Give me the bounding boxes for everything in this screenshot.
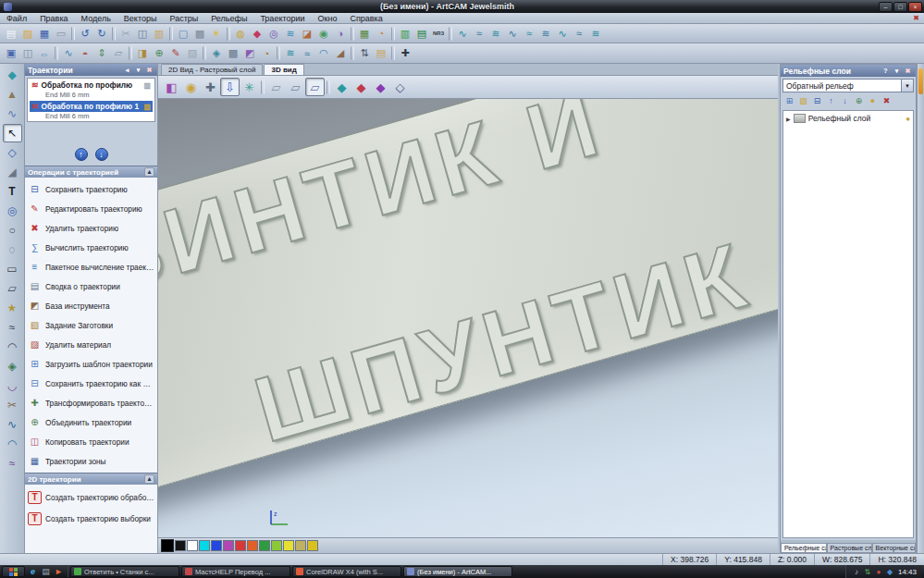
greyscale-view-icon[interactable]: ▩ bbox=[191, 26, 208, 42]
task-button[interactable]: Ответить • Станки с... bbox=[70, 566, 179, 577]
task-button[interactable]: (Без имени) - ArtCAM... bbox=[403, 566, 512, 577]
collapse-section-icon[interactable]: ▴ bbox=[144, 474, 154, 484]
texture-flow-icon[interactable]: ≈ bbox=[299, 45, 315, 61]
face-wizard-icon[interactable]: ◔ bbox=[373, 26, 389, 42]
operation-item[interactable]: ⊞ Загрузить шаблон траектории bbox=[25, 354, 157, 374]
view-cube-icon[interactable]: ◧ bbox=[162, 78, 181, 96]
scale-relief-icon[interactable]: ⇕ bbox=[93, 45, 110, 61]
copy-icon[interactable]: ◫ bbox=[134, 26, 151, 42]
redo-icon[interactable]: ↻ bbox=[93, 26, 110, 42]
paste-along-curve-icon[interactable]: ≈ bbox=[3, 454, 22, 473]
sweep-profile-4-icon[interactable]: ∿ bbox=[504, 26, 521, 42]
delete-layer-icon[interactable]: ✖ bbox=[880, 94, 893, 107]
quick-launch-desktop-icon[interactable]: ▤ bbox=[40, 566, 52, 577]
operation-item[interactable]: ∑ Вычислить траекторию bbox=[25, 238, 157, 257]
operation-item[interactable]: ≡ Пакетное вычисление траекторий bbox=[25, 257, 157, 277]
tray-update-icon[interactable]: ◆ bbox=[885, 566, 894, 577]
create-circle-icon[interactable]: ○ bbox=[3, 221, 22, 240]
palette-swatch[interactable] bbox=[187, 540, 198, 551]
create-polygon-icon[interactable]: ▱ bbox=[3, 279, 22, 298]
toolpath-item[interactable]: ≋ Обработка по профилю ▥ End Mill 6 mm bbox=[28, 79, 154, 100]
move-model-icon[interactable]: ✚ bbox=[397, 45, 413, 61]
turn-icon[interactable]: ◑ bbox=[332, 26, 349, 42]
layer-row[interactable]: ▶ Рельефный слой ● bbox=[783, 111, 913, 126]
extrude-relief-icon[interactable]: ◢ bbox=[332, 45, 349, 61]
smooth-brush-icon[interactable]: ∿ bbox=[3, 105, 22, 123]
paste-icon[interactable]: ▥ bbox=[151, 26, 167, 42]
new-layer-icon[interactable]: ⊞ bbox=[782, 94, 796, 107]
sweep-profile-3-icon[interactable]: ≋ bbox=[487, 26, 504, 42]
open-model-icon[interactable]: ▨ bbox=[19, 26, 36, 42]
menu-item[interactable]: Правка bbox=[33, 13, 74, 24]
collapse-section-icon[interactable]: ▴ bbox=[144, 167, 154, 177]
sculpt-icon[interactable]: ✎ bbox=[167, 45, 184, 61]
copy-relief-icon[interactable]: ◨ bbox=[134, 45, 151, 61]
toolpath-2d-item[interactable]: T Создать траекторию выборки bbox=[25, 508, 157, 529]
gem-tool-icon[interactable]: ◆ bbox=[249, 26, 265, 42]
create-rectangle-icon[interactable]: ▭ bbox=[3, 260, 22, 278]
panel-help-icon[interactable]: ? bbox=[881, 67, 891, 76]
open-layer-icon[interactable]: ▨ bbox=[796, 94, 810, 107]
create-ellipse-icon[interactable]: ◌ bbox=[3, 240, 22, 259]
emboss-wizard-icon[interactable]: ◩ bbox=[241, 45, 258, 61]
notes-icon[interactable]: ▤ bbox=[373, 45, 389, 61]
palette-swatch[interactable] bbox=[247, 540, 258, 551]
visibility-bulb-icon[interactable]: ● bbox=[906, 115, 910, 123]
lighting-icon[interactable]: ☀ bbox=[208, 26, 225, 42]
relief-preview-icon[interactable]: ◆ bbox=[332, 78, 351, 96]
create-arc-icon[interactable]: ◠ bbox=[3, 338, 22, 356]
view-tab[interactable]: 2D Вид - Растровый слой bbox=[161, 64, 263, 75]
fillet-tool-icon[interactable]: ◡ bbox=[3, 376, 22, 395]
operation-item[interactable]: ⊟ Сохранить траекторию bbox=[25, 179, 157, 199]
print-icon[interactable]: ▭ bbox=[53, 26, 69, 42]
menu-item[interactable]: Модель bbox=[75, 13, 117, 24]
palette-swatch[interactable] bbox=[235, 540, 246, 551]
panel-close-icon[interactable]: ✖ bbox=[903, 67, 913, 76]
palette-swatch[interactable] bbox=[161, 539, 174, 552]
sweep-profile-7-icon[interactable]: ∿ bbox=[554, 26, 571, 42]
create-polyline-icon[interactable]: ≈ bbox=[3, 318, 22, 337]
close-button[interactable]: × bbox=[908, 2, 922, 12]
mirror-model-icon[interactable]: ◫ bbox=[19, 45, 36, 61]
new-model-icon[interactable]: ▤ bbox=[3, 26, 19, 42]
operation-item[interactable]: ✖ Удалить траекторию bbox=[25, 218, 157, 238]
two-rail-sweep-icon[interactable]: ≋ bbox=[282, 26, 299, 42]
measure-icon[interactable]: ⇅ bbox=[356, 45, 373, 61]
start-button[interactable] bbox=[2, 566, 25, 577]
select-vectors-icon[interactable]: ↖ bbox=[3, 124, 22, 142]
wrap-text-icon[interactable]: ◠ bbox=[3, 435, 22, 453]
pan-view-icon[interactable]: ✚ bbox=[201, 78, 220, 96]
sweep-profile-8-icon[interactable]: ≈ bbox=[571, 26, 587, 42]
quick-launch-browser-icon[interactable]: e bbox=[27, 566, 39, 577]
rotary-relief-icon[interactable]: ◎ bbox=[265, 26, 282, 42]
pcb-wizard-icon[interactable]: ▥ bbox=[397, 26, 413, 42]
smooth-relief-icon[interactable]: ∿ bbox=[60, 45, 77, 61]
mdi-close-icon[interactable]: ✖ bbox=[913, 13, 919, 24]
palette-swatch[interactable] bbox=[307, 540, 318, 551]
bitmap-layer-icon[interactable]: ▩ bbox=[225, 45, 241, 61]
operation-item[interactable]: ✚ Трансформировать траектории bbox=[25, 393, 157, 412]
trim-vectors-icon[interactable]: ✂ bbox=[3, 396, 22, 414]
operation-item[interactable]: ▧ Задание Заготовки bbox=[25, 315, 157, 335]
gem-select-icon[interactable]: ◆ bbox=[3, 66, 22, 84]
move-toolpath-down-button[interactable]: ↓ bbox=[95, 148, 108, 161]
create-star-icon[interactable]: ★ bbox=[3, 299, 22, 317]
menu-item[interactable]: Траектории bbox=[253, 13, 311, 24]
offset-model-icon[interactable]: ⇔ bbox=[36, 45, 53, 61]
menu-item[interactable]: Окно bbox=[312, 13, 344, 24]
panel-pin-icon[interactable]: ▾ bbox=[892, 67, 902, 76]
join-vectors-icon[interactable]: ∿ bbox=[3, 415, 22, 434]
operation-item[interactable]: ✎ Редактировать траекторию bbox=[25, 199, 157, 218]
operation-item[interactable]: ⊟ Сохранить траекторию как шаблон bbox=[25, 374, 157, 393]
tray-antivirus-icon[interactable]: ● bbox=[874, 566, 883, 577]
relief-type-combo[interactable]: Обратный рельеф ▼ bbox=[782, 79, 914, 92]
create-text-icon[interactable]: T bbox=[3, 182, 22, 201]
extrude-icon[interactable]: ◪ bbox=[299, 26, 315, 42]
minimize-button[interactable]: – bbox=[879, 2, 893, 12]
dome-tool-icon[interactable]: ◔ bbox=[258, 45, 275, 61]
palette-swatch[interactable] bbox=[223, 540, 234, 551]
toggle-visibility-icon[interactable]: ● bbox=[866, 94, 880, 107]
menu-item[interactable]: Справка bbox=[343, 13, 388, 24]
toolpath-2d-item[interactable]: T Создать траекторию обработки по профил… bbox=[25, 486, 157, 508]
save-layer-icon[interactable]: ⊟ bbox=[810, 94, 824, 107]
